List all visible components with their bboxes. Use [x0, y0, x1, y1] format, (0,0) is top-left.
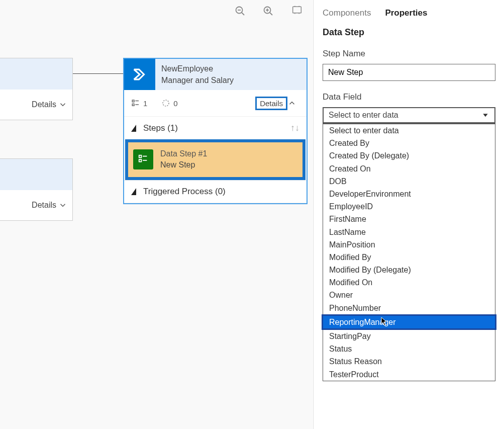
selected-step-highlight: Data Step #1 New Step — [125, 139, 306, 180]
fit-to-screen-icon[interactable] — [290, 5, 304, 18]
properties-panel: Components Properties Data Step Step Nam… — [313, 0, 504, 429]
dropdown-option[interactable]: Modified On — [323, 276, 495, 289]
stage-card-partial-2[interactable]: Details — [0, 158, 73, 221]
svg-marker-21 — [483, 114, 487, 117]
stage-card-partial-1[interactable]: Details — [0, 58, 73, 120]
zoom-out-icon[interactable] — [234, 5, 247, 18]
data-field-selected-text: Select to enter data — [329, 111, 481, 120]
chevron-down-icon — [58, 100, 67, 109]
chevron-down-icon — [481, 111, 489, 119]
panel-tabs: Components Properties — [323, 0, 504, 27]
step-name-label: Step Name — [323, 49, 504, 59]
dropdown-option[interactable]: Owner — [323, 289, 495, 301]
zoom-in-icon[interactable] — [262, 5, 275, 18]
triggered-header-label: Triggered Process (0) — [143, 187, 226, 197]
svg-point-16 — [163, 100, 169, 106]
step-name: New Step — [160, 159, 207, 170]
dropdown-option[interactable]: FirstName — [323, 213, 495, 225]
stage-title-line2: Manager and Salary — [161, 74, 234, 86]
dropdown-option[interactable]: EmployeeID — [323, 200, 495, 213]
stage-toolbar: 1 0 Details — [124, 90, 307, 116]
data-step-item[interactable]: Data Step #1 New Step — [128, 142, 303, 177]
dropdown-option[interactable]: Select to enter data — [323, 124, 495, 137]
svg-line-4 — [270, 13, 272, 15]
details-button-label: Details — [260, 99, 283, 108]
steps-count-icon — [131, 99, 140, 108]
steps-section-header[interactable]: Steps (1) ↑↓ — [124, 116, 307, 139]
data-field-select[interactable]: Select to enter data — [323, 107, 495, 123]
chevron-down-icon — [58, 201, 67, 210]
connector-line — [73, 73, 123, 74]
dropdown-option[interactable]: Status — [323, 342, 495, 355]
triggered-count: 0 — [173, 99, 177, 108]
step-label: Data Step #1 — [160, 148, 207, 159]
chevron-up-icon — [287, 99, 296, 108]
steps-header-label: Steps (1) — [143, 123, 178, 133]
dropdown-option[interactable]: PhoneNumber — [323, 302, 495, 314]
dropdown-option[interactable]: TesterProduct — [323, 368, 495, 381]
stage-chevron-icon — [124, 59, 155, 90]
svg-rect-17 — [139, 155, 142, 158]
details-button[interactable]: Details — [255, 97, 287, 110]
dropdown-option[interactable]: Modified By — [323, 251, 495, 264]
stage-title-line1: NewEmployee — [161, 63, 234, 74]
svg-rect-18 — [139, 159, 142, 162]
dropdown-option[interactable]: ReportingManager — [322, 314, 496, 330]
dropdown-option[interactable]: DOB — [323, 175, 495, 188]
details-label: Details — [32, 100, 56, 109]
data-field-dropdown[interactable]: Select to enter dataCreated ByCreated By… — [323, 123, 495, 381]
panel-title: Data Step — [323, 27, 504, 38]
canvas-toolbar — [234, 5, 304, 18]
details-label: Details — [32, 201, 56, 210]
designer-canvas[interactable]: Details Details NewEmployee Manager and … — [0, 0, 313, 429]
triggered-section-header[interactable]: Triggered Process (0) — [124, 180, 307, 203]
svg-rect-12 — [132, 100, 134, 102]
dropdown-option[interactable]: Modified By (Delegate) — [323, 264, 495, 276]
triggered-count-icon — [161, 99, 170, 108]
details-toggle[interactable]: Details — [0, 90, 72, 120]
step-name-input[interactable] — [323, 64, 495, 81]
triangle-icon — [131, 188, 136, 195]
data-step-icon — [133, 149, 153, 169]
steps-count: 1 — [143, 99, 147, 108]
tab-properties[interactable]: Properties — [385, 8, 427, 18]
cursor-icon — [381, 317, 388, 326]
dropdown-option[interactable]: MainPosition — [323, 238, 495, 251]
dropdown-option[interactable]: LastName — [323, 226, 495, 238]
triangle-icon — [131, 125, 136, 132]
dropdown-option[interactable]: Created By (Delegate) — [323, 149, 495, 162]
tab-components[interactable]: Components — [323, 8, 371, 18]
dropdown-option[interactable]: Created By — [323, 137, 495, 149]
stage-header: NewEmployee Manager and Salary — [124, 59, 307, 90]
svg-line-1 — [242, 13, 244, 15]
stage-card-selected[interactable]: NewEmployee Manager and Salary 1 0 Detai… — [123, 58, 308, 204]
dropdown-option[interactable]: DeveloperEnvironment — [323, 188, 495, 200]
data-field-label: Data Field — [323, 92, 504, 102]
svg-rect-7 — [293, 7, 301, 13]
details-toggle[interactable]: Details — [0, 190, 72, 220]
dropdown-option[interactable]: Created On — [323, 162, 495, 175]
reorder-arrows-icon[interactable]: ↑↓ — [290, 123, 299, 133]
dropdown-option[interactable]: Status Reason — [323, 355, 495, 368]
dropdown-option[interactable]: StartingPay — [323, 330, 495, 342]
svg-rect-14 — [132, 104, 134, 106]
